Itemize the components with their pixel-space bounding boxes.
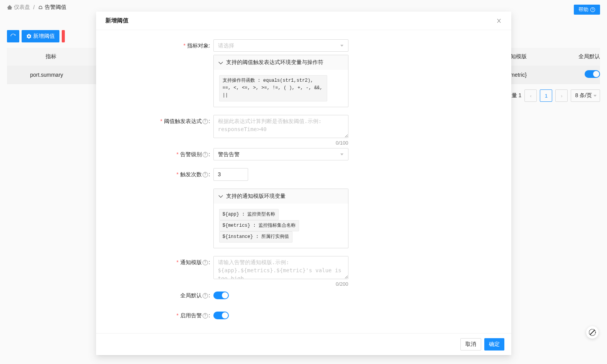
- chevron-down-icon: [218, 193, 223, 197]
- label-level: *告警级别?:: [105, 148, 213, 160]
- label-global-default: 全局默认?:: [105, 289, 213, 302]
- mic-off-icon: [588, 329, 596, 336]
- close-icon: [496, 18, 502, 24]
- svg-line-1: [590, 330, 595, 335]
- expr-ops-tag: 支持操作符函数 : equals(str1,str2), ==, <, <=, …: [219, 75, 327, 101]
- template-var-app: ${app} : 监控类型名称: [219, 209, 279, 220]
- template-textarea[interactable]: [213, 256, 348, 279]
- ok-button[interactable]: 确定: [484, 338, 504, 351]
- help-icon[interactable]: ?: [203, 313, 208, 318]
- modal-header: 新增阈值: [96, 12, 511, 30]
- chevron-down-icon: [218, 60, 223, 64]
- label-enable-alert: *启用告警?:: [105, 309, 213, 322]
- add-threshold-modal: 新增阈值 *指标对象: 请选择 支持: [96, 12, 511, 355]
- template-vars-collapse-header[interactable]: 支持的通知模版环境变量: [214, 189, 348, 204]
- global-default-switch[interactable]: [213, 292, 229, 299]
- help-icon[interactable]: ?: [203, 119, 208, 124]
- expr-vars-collapse-header[interactable]: 支持的阈值触发表达式环境变量与操作符: [214, 55, 348, 70]
- cancel-button[interactable]: 取消: [460, 338, 481, 351]
- modal-mask: 新增阈值 *指标对象: 请选择 支持: [0, 0, 607, 364]
- modal-footer: 取消 确定: [96, 333, 511, 355]
- fab-button[interactable]: [586, 326, 599, 339]
- level-select[interactable]: 警告告警: [213, 148, 348, 160]
- template-var-metrics: ${metrics} : 监控指标集合名称: [219, 220, 299, 231]
- enable-alert-switch[interactable]: [213, 312, 229, 319]
- label-target: *指标对象:: [105, 39, 213, 52]
- target-select[interactable]: 请选择: [213, 39, 348, 52]
- help-icon[interactable]: ?: [203, 172, 208, 177]
- template-var-instance: ${instance} : 所属行实例值: [219, 231, 293, 243]
- expr-vars-collapse: 支持的阈值触发表达式环境变量与操作符 支持操作符函数 : equals(str1…: [213, 55, 348, 107]
- expr-count: 0/100: [213, 140, 348, 146]
- template-count: 0/200: [213, 281, 348, 287]
- template-vars-collapse: 支持的通知模版环境变量 ${app} : 监控类型名称 ${metrics} :…: [213, 189, 348, 249]
- label-times: *触发次数?:: [105, 168, 213, 181]
- times-input[interactable]: [213, 168, 248, 181]
- modal-close-button[interactable]: [496, 18, 502, 24]
- expr-textarea[interactable]: [213, 115, 348, 138]
- help-icon[interactable]: ?: [203, 152, 208, 157]
- help-icon[interactable]: ?: [203, 260, 208, 265]
- help-icon[interactable]: ?: [203, 293, 208, 298]
- label-expr: *阈值触发表达式?:: [105, 115, 213, 146]
- modal-title: 新增阈值: [105, 17, 129, 24]
- label-template: *通知模版?:: [105, 256, 213, 287]
